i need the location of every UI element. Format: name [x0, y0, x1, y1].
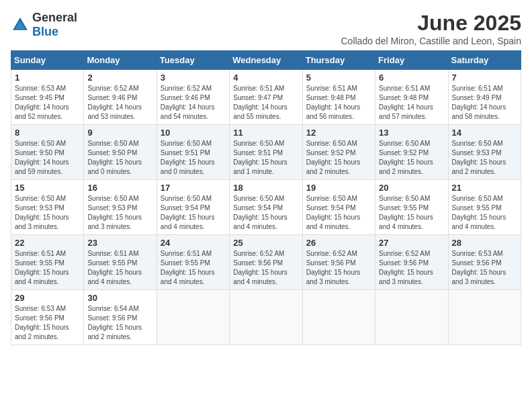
month-title: June 2025: [341, 11, 522, 36]
calendar-day-cell: 19Sunrise: 6:50 AMSunset: 9:54 PMDayligh…: [302, 180, 375, 235]
day-number: 27: [379, 238, 444, 248]
calendar-day-cell: 3Sunrise: 6:52 AMSunset: 9:46 PMDaylight…: [157, 70, 229, 125]
calendar-day-cell: 28Sunrise: 6:53 AMSunset: 9:56 PMDayligh…: [448, 235, 521, 290]
calendar-day-cell: 13Sunrise: 6:50 AMSunset: 9:52 PMDayligh…: [375, 125, 448, 180]
day-info: Sunrise: 6:50 AMSunset: 9:53 PMDaylight:…: [87, 195, 142, 230]
day-number: 5: [306, 73, 371, 83]
day-info: Sunrise: 6:50 AMSunset: 9:52 PMDaylight:…: [379, 140, 433, 175]
day-number: 7: [452, 73, 517, 83]
day-number: 19: [306, 183, 371, 193]
calendar-day-cell: 21Sunrise: 6:50 AMSunset: 9:55 PMDayligh…: [448, 180, 521, 235]
day-number: 29: [15, 293, 80, 303]
calendar-day-cell: 12Sunrise: 6:50 AMSunset: 9:52 PMDayligh…: [302, 125, 375, 180]
calendar-day-cell: 8Sunrise: 6:50 AMSunset: 9:50 PMDaylight…: [11, 125, 84, 180]
page-header: General Blue June 2025 Collado del Miron…: [11, 11, 521, 46]
day-number: 30: [87, 293, 152, 303]
calendar-day-cell: 25Sunrise: 6:52 AMSunset: 9:56 PMDayligh…: [230, 235, 302, 290]
day-number: 15: [15, 183, 80, 193]
calendar-week-row: 29Sunrise: 6:53 AMSunset: 9:56 PMDayligh…: [11, 290, 521, 345]
calendar-week-row: 8Sunrise: 6:50 AMSunset: 9:50 PMDaylight…: [11, 125, 521, 180]
calendar-day-cell: 4Sunrise: 6:51 AMSunset: 9:47 PMDaylight…: [230, 70, 302, 125]
day-number: 2: [87, 73, 152, 83]
calendar-day-cell: 6Sunrise: 6:51 AMSunset: 9:48 PMDaylight…: [375, 70, 448, 125]
day-info: Sunrise: 6:50 AMSunset: 9:50 PMDaylight:…: [15, 140, 69, 175]
day-info: Sunrise: 6:50 AMSunset: 9:51 PMDaylight:…: [233, 140, 287, 175]
day-number: 18: [233, 183, 298, 193]
day-info: Sunrise: 6:50 AMSunset: 9:52 PMDaylight:…: [306, 140, 361, 175]
day-info: Sunrise: 6:50 AMSunset: 9:55 PMDaylight:…: [452, 195, 506, 230]
logo: General Blue: [11, 11, 77, 39]
calendar-day-cell: 14Sunrise: 6:50 AMSunset: 9:53 PMDayligh…: [448, 125, 521, 180]
day-info: Sunrise: 6:51 AMSunset: 9:49 PMDaylight:…: [452, 85, 506, 120]
logo-general: General: [32, 11, 77, 24]
day-info: Sunrise: 6:53 AMSunset: 9:56 PMDaylight:…: [15, 305, 69, 340]
calendar-day-cell: [157, 290, 229, 345]
calendar-day-cell: [448, 290, 521, 345]
day-info: Sunrise: 6:51 AMSunset: 9:55 PMDaylight:…: [15, 250, 69, 285]
calendar-day-cell: [375, 290, 448, 345]
day-number: 10: [161, 128, 226, 138]
calendar-day-cell: [230, 290, 302, 345]
weekday-header: Friday: [375, 51, 448, 70]
weekday-header: Monday: [84, 51, 157, 70]
day-number: 14: [452, 128, 517, 138]
weekday-header: Sunday: [11, 51, 84, 70]
day-info: Sunrise: 6:50 AMSunset: 9:50 PMDaylight:…: [87, 140, 142, 175]
calendar-week-row: 1Sunrise: 6:53 AMSunset: 9:45 PMDaylight…: [11, 70, 521, 125]
day-info: Sunrise: 6:50 AMSunset: 9:55 PMDaylight:…: [379, 195, 433, 230]
day-info: Sunrise: 6:52 AMSunset: 9:56 PMDaylight:…: [306, 250, 361, 285]
calendar-day-cell: 29Sunrise: 6:53 AMSunset: 9:56 PMDayligh…: [11, 290, 84, 345]
calendar-day-cell: 18Sunrise: 6:50 AMSunset: 9:54 PMDayligh…: [230, 180, 302, 235]
calendar-day-cell: 10Sunrise: 6:50 AMSunset: 9:51 PMDayligh…: [157, 125, 229, 180]
day-info: Sunrise: 6:54 AMSunset: 9:56 PMDaylight:…: [87, 305, 142, 340]
day-info: Sunrise: 6:50 AMSunset: 9:54 PMDaylight:…: [161, 195, 215, 230]
day-info: Sunrise: 6:52 AMSunset: 9:46 PMDaylight:…: [161, 85, 215, 120]
day-number: 25: [233, 238, 298, 248]
day-info: Sunrise: 6:51 AMSunset: 9:48 PMDaylight:…: [379, 85, 433, 120]
logo-icon: [11, 15, 30, 34]
calendar-day-cell: 1Sunrise: 6:53 AMSunset: 9:45 PMDaylight…: [11, 70, 84, 125]
day-number: 6: [379, 73, 444, 83]
day-info: Sunrise: 6:51 AMSunset: 9:55 PMDaylight:…: [87, 250, 142, 285]
day-info: Sunrise: 6:51 AMSunset: 9:55 PMDaylight:…: [161, 250, 215, 285]
calendar-day-cell: 30Sunrise: 6:54 AMSunset: 9:56 PMDayligh…: [84, 290, 157, 345]
calendar-day-cell: 17Sunrise: 6:50 AMSunset: 9:54 PMDayligh…: [157, 180, 229, 235]
calendar-day-cell: 5Sunrise: 6:51 AMSunset: 9:48 PMDaylight…: [302, 70, 375, 125]
day-info: Sunrise: 6:52 AMSunset: 9:56 PMDaylight:…: [233, 250, 287, 285]
calendar-day-cell: 20Sunrise: 6:50 AMSunset: 9:55 PMDayligh…: [375, 180, 448, 235]
day-number: 28: [452, 238, 517, 248]
day-number: 23: [87, 238, 152, 248]
logo-blue: Blue: [32, 25, 58, 38]
day-number: 21: [452, 183, 517, 193]
calendar-day-cell: 15Sunrise: 6:50 AMSunset: 9:53 PMDayligh…: [11, 180, 84, 235]
weekday-header: Tuesday: [157, 51, 229, 70]
day-number: 17: [161, 183, 226, 193]
weekday-header: Wednesday: [230, 51, 302, 70]
day-number: 16: [87, 183, 152, 193]
weekday-header: Saturday: [448, 51, 521, 70]
calendar-day-cell: 22Sunrise: 6:51 AMSunset: 9:55 PMDayligh…: [11, 235, 84, 290]
location-title: Collado del Miron, Castille and Leon, Sp…: [341, 36, 522, 46]
day-number: 9: [87, 128, 152, 138]
day-number: 20: [379, 183, 444, 193]
day-number: 1: [15, 73, 80, 83]
day-info: Sunrise: 6:50 AMSunset: 9:54 PMDaylight:…: [233, 195, 287, 230]
day-number: 8: [15, 128, 80, 138]
calendar-day-cell: 7Sunrise: 6:51 AMSunset: 9:49 PMDaylight…: [448, 70, 521, 125]
day-info: Sunrise: 6:50 AMSunset: 9:53 PMDaylight:…: [15, 195, 69, 230]
day-number: 13: [379, 128, 444, 138]
day-info: Sunrise: 6:52 AMSunset: 9:56 PMDaylight:…: [379, 250, 433, 285]
day-number: 26: [306, 238, 371, 248]
calendar: SundayMondayTuesdayWednesdayThursdayFrid…: [11, 50, 521, 345]
calendar-day-cell: 16Sunrise: 6:50 AMSunset: 9:53 PMDayligh…: [84, 180, 157, 235]
day-info: Sunrise: 6:51 AMSunset: 9:47 PMDaylight:…: [233, 85, 287, 120]
day-number: 3: [161, 73, 226, 83]
calendar-day-cell: 24Sunrise: 6:51 AMSunset: 9:55 PMDayligh…: [157, 235, 229, 290]
weekday-header: Thursday: [302, 51, 375, 70]
day-number: 22: [15, 238, 80, 248]
calendar-day-cell: 11Sunrise: 6:50 AMSunset: 9:51 PMDayligh…: [230, 125, 302, 180]
calendar-day-cell: 27Sunrise: 6:52 AMSunset: 9:56 PMDayligh…: [375, 235, 448, 290]
calendar-day-cell: 26Sunrise: 6:52 AMSunset: 9:56 PMDayligh…: [302, 235, 375, 290]
calendar-day-cell: [302, 290, 375, 345]
day-info: Sunrise: 6:50 AMSunset: 9:51 PMDaylight:…: [161, 140, 215, 175]
